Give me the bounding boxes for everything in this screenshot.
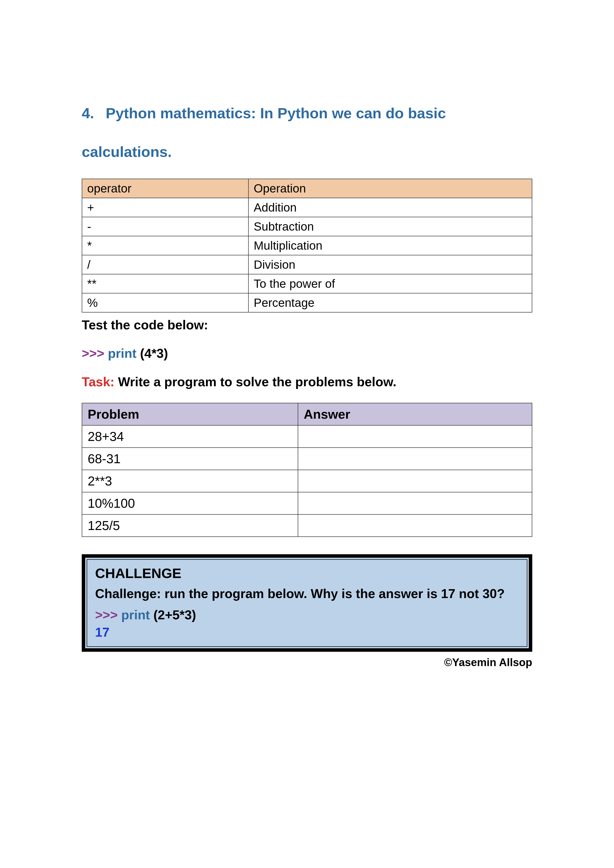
heading-number: 4. [82,105,94,121]
table-row: - Subtraction [82,217,532,236]
test-code-label: Test the code below: [82,318,532,332]
section-heading: 4. Python mathematics: In Python we can … [82,94,532,171]
answer-cell [298,470,532,492]
task-text: Write a program to solve the problems be… [118,375,396,389]
challenge-text: Challenge: run the program below. Why is… [95,584,519,604]
problem-header-problem: Problem [82,403,298,425]
problem-cell: 125/5 [82,515,298,537]
table-row: * Multiplication [82,236,532,255]
table-row: + Addition [82,198,532,217]
operators-table: operator Operation + Addition - Subtract… [82,179,532,313]
problem-cell: 2**3 [82,470,298,492]
footer-copyright: ©Yasemin Allsop [82,656,532,668]
op-symbol: / [82,255,249,274]
op-name: Addition [249,198,532,217]
code-example: >>> print (4*3) [82,346,532,361]
answer-cell [298,425,532,448]
op-name: Percentage [249,293,532,312]
op-name: To the power of [249,274,532,293]
op-symbol: + [82,198,249,217]
code-args: (4*3) [140,346,168,361]
problem-header-answer: Answer [298,403,532,425]
answer-cell [298,515,532,537]
op-name: Subtraction [249,217,532,236]
op-name: Division [249,255,532,274]
problem-cell: 10%100 [82,492,298,515]
challenge-title: CHALLENGE [95,565,519,581]
challenge-box: CHALLENGE Challenge: run the program bel… [82,554,532,652]
problem-cell: 68-31 [82,448,298,470]
answer-cell [298,448,532,470]
table-row: / Division [82,255,532,274]
op-symbol: - [82,217,249,236]
ops-header-operation: Operation [249,179,532,198]
table-row: 125/5 [82,515,532,537]
code-prompt: >>> [82,346,104,361]
code-prompt: >>> [95,608,118,622]
problems-table: Problem Answer 28+34 68-31 2**3 10%100 1… [82,403,532,537]
answer-cell [298,492,532,515]
challenge-code: >>> print (2+5*3) [95,608,519,622]
problem-cell: 28+34 [82,425,298,448]
table-row: 68-31 [82,448,532,470]
code-args: (2+5*3) [154,608,196,622]
table-row: 28+34 [82,425,532,448]
op-symbol: * [82,236,249,255]
code-keyword: print [108,346,137,361]
challenge-result: 17 [95,625,519,640]
table-row: 2**3 [82,470,532,492]
heading-text: Python mathematics: In Python we can do … [82,105,446,160]
ops-header-operator: operator [82,179,249,198]
table-row: % Percentage [82,293,532,312]
op-name: Multiplication [249,236,532,255]
task-line: Task: Write a program to solve the probl… [82,374,532,389]
code-keyword: print [121,608,150,622]
op-symbol: ** [82,274,249,293]
op-symbol: % [82,293,249,312]
table-row: ** To the power of [82,274,532,293]
task-label: Task: [82,375,114,389]
table-row: 10%100 [82,492,532,515]
